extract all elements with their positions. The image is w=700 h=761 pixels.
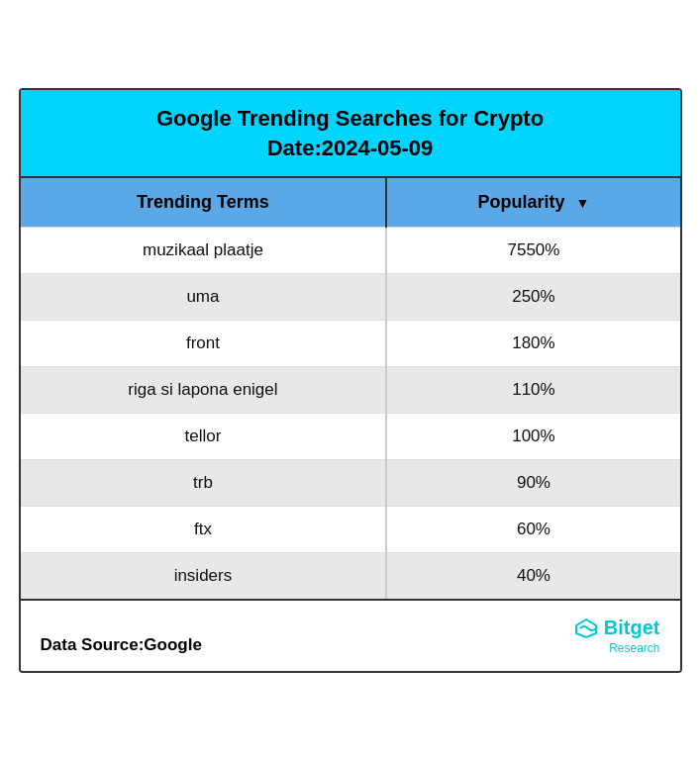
popularity-cell: 40% xyxy=(386,553,679,600)
table-row: trb90% xyxy=(21,460,680,507)
term-cell: insiders xyxy=(21,553,387,600)
col-header-popularity: Popularity ▼ xyxy=(386,178,679,228)
card-header: Google Trending Searches for Crypto Date… xyxy=(21,90,680,178)
data-source-label: Data Source:Google xyxy=(41,635,202,655)
term-cell: trb xyxy=(21,460,387,507)
table-row: ftx60% xyxy=(21,507,680,553)
term-cell: muzikaal plaatje xyxy=(21,228,387,274)
term-cell: riga si lapona enigel xyxy=(21,367,387,414)
title-line1: Google Trending Searches for Crypto xyxy=(156,106,544,131)
title-line2: Date:2024-05-09 xyxy=(267,136,434,160)
table-row: tellor100% xyxy=(21,414,680,460)
popularity-cell: 90% xyxy=(386,460,679,507)
term-cell: uma xyxy=(21,274,387,321)
table-row: muzikaal plaatje7550% xyxy=(21,228,680,274)
popularity-cell: 100% xyxy=(386,414,679,460)
popularity-cell: 60% xyxy=(386,507,679,553)
table-row: front180% xyxy=(21,321,680,367)
bitget-brand: Bitget xyxy=(572,617,660,639)
table-row: riga si lapona enigel110% xyxy=(21,367,680,414)
popularity-cell: 250% xyxy=(386,274,679,321)
card-title: Google Trending Searches for Crypto Date… xyxy=(41,104,660,162)
term-cell: front xyxy=(21,321,387,367)
term-cell: tellor xyxy=(21,414,387,460)
data-table: Trending Terms Popularity ▼ muzikaal pla… xyxy=(21,178,680,599)
popularity-cell: 180% xyxy=(386,321,679,367)
brand-logo: Bitget Research xyxy=(572,617,660,655)
col-header-terms: Trending Terms xyxy=(21,178,387,228)
bitget-icon xyxy=(572,618,600,639)
brand-sub: Research xyxy=(609,641,659,655)
table-body: muzikaal plaatje7550%uma250%front180%rig… xyxy=(21,228,680,600)
card-footer: Data Source:Google Bitget Research xyxy=(21,599,680,671)
main-card: Google Trending Searches for Crypto Date… xyxy=(19,88,682,673)
bitget-name: Bitget xyxy=(604,617,660,639)
table-row: insiders40% xyxy=(21,553,680,600)
popularity-cell: 7550% xyxy=(386,228,679,274)
term-cell: ftx xyxy=(21,507,387,553)
table-header-row: Trending Terms Popularity ▼ xyxy=(21,178,680,228)
sort-icon: ▼ xyxy=(576,195,590,211)
popularity-cell: 110% xyxy=(386,367,679,414)
table-row: uma250% xyxy=(21,274,680,321)
